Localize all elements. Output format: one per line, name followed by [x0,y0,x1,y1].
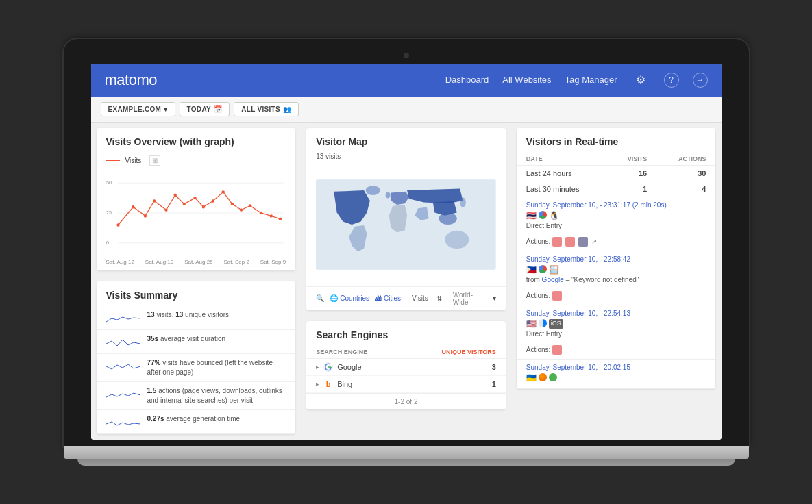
nav-all-websites[interactable]: All Websites [502,75,551,85]
bing-row-name: ▸ b Bing [306,375,404,392]
app-header: matomo Dashboard All Websites Tag Manage… [91,64,722,97]
col-actions: ACTIONS [656,153,715,166]
google-icon [323,362,333,372]
search-engines-title: Search Engines [306,321,506,346]
timestamp-2: Sunday, September 10, - 22:58:42 [526,255,706,263]
logout-icon[interactable]: → [693,73,708,88]
laptop-camera [404,53,409,58]
timestamp-4: Sunday, September 10, - 20:02:15 [526,364,706,371]
realtime-summary-row-30m: Last 30 minutes 1 4 [517,181,716,197]
nav-links: Dashboard All Websites Tag Manager ⚙ ? → [445,71,708,90]
svg-point-27 [460,197,466,207]
source-2: from Google – "Keyword not defined" [526,276,706,284]
sparkline-duration [106,336,140,349]
svg-point-24 [366,186,380,195]
chart-svg: 50 25 0 [106,168,286,257]
sparkline-gentime [106,416,140,429]
expand-bing[interactable]: ▸ [316,381,319,388]
map-scope-selector[interactable]: ▾ [493,294,496,302]
action-icon-1c[interactable] [578,237,588,247]
visit-entry-3: Sunday, September 10, - 22:54:13 🇺🇸 iOS … [517,305,716,342]
source-link-google[interactable]: Google [542,276,564,284]
segment-selector[interactable]: ALL VISITS 👥 [234,102,299,116]
svg-point-26 [445,230,469,248]
actions-24h: 30 [656,165,715,181]
visit-actions-2: Actions: [517,288,716,305]
screen-bezel: matomo Dashboard All Websites Tag Manage… [64,39,749,446]
visit-entry-2: Sunday, September 10, - 22:58:42 🇵🇭 🪟 fr… [517,251,716,288]
laptop-container: matomo Dashboard All Websites Tag Manage… [64,39,749,466]
action-icon-2a[interactable] [552,291,562,301]
svg-point-20 [259,211,262,214]
cities-tab[interactable]: 🏙 Cities [375,294,401,302]
col-engine: SEARCH ENGINE [306,346,404,359]
visits-summary-widget: Visits Summary 13 visits, 13 unique visi… [97,281,296,434]
site-selector[interactable]: EXAMPLE.COM ▾ [101,102,175,116]
laptop-foot [77,459,735,466]
visits-24h: 16 [608,165,656,181]
svg-point-7 [132,205,134,208]
expand-google[interactable]: ▸ [316,364,319,370]
flag-philippines: 🇵🇭 [526,265,537,275]
logo-text: matomo [105,71,157,88]
realtime-widget: Visitors in Real-time DATE VISITS ACTION… [517,128,716,389]
label-24h: Last 24 hours [517,165,608,181]
map-sort-btn[interactable]: ⇅ [436,294,442,302]
svg-point-10 [164,208,167,211]
flags-4: 🇺🇦 [526,373,706,383]
svg-point-28 [386,192,391,198]
countries-tab[interactable]: 🌐 Countries [330,294,369,302]
realtime-summary-row-24h: Last 24 hours 16 30 [517,165,716,181]
summary-item-visits: 13 visits, 13 unique visitors [97,306,296,330]
action-icon-3a[interactable] [552,345,562,355]
action-icon-1a[interactable] [552,237,562,247]
map-visits-label: 13 visits [306,153,506,163]
icon-chrome-2 [539,265,547,273]
svg-point-13 [193,196,196,199]
svg-point-25 [439,212,457,225]
svg-point-22 [278,217,281,220]
icon-windows: 🪟 [549,265,559,275]
summary-item-bounce: 77% visits have bounced (left the websit… [97,354,296,382]
summary-visits-text: 13 visits, 13 unique visitors [147,310,230,320]
col-visitors: UNIQUE VISITORS [404,346,505,359]
label-30m: Last 30 minutes [517,181,608,197]
summary-bounce-text: 77% visits have bounced (left the websit… [147,358,286,377]
col-visits: VISITS [608,153,656,166]
timestamp-1: Sunday, September 10, - 23:31:17 (2 min … [526,201,706,209]
svg-point-19 [248,204,251,207]
nav-tag-manager[interactable]: Tag Manager [565,75,617,85]
nav-dashboard[interactable]: Dashboard [445,75,489,85]
settings-icon[interactable]: ⚙ [631,71,650,90]
date-selector[interactable]: TODAY 📅 [180,102,230,116]
actions-30m: 4 [656,181,715,197]
icon-other [549,373,557,381]
svg-point-15 [211,199,214,202]
chart-area: Visits ⊞ 50 25 0 [97,153,296,270]
svg-point-21 [269,214,272,217]
svg-point-16 [221,190,224,193]
visit-entry-4: Sunday, September 10, - 20:02:15 🇺🇦 [517,360,716,389]
svg-point-9 [152,199,155,202]
action-icon-1b[interactable] [565,237,575,247]
search-pagination: 1-2 of 2 [306,393,506,410]
search-engines-table: SEARCH ENGINE UNIQUE VISITORS [306,346,506,393]
action-external-1[interactable]: ↗ [591,237,597,244]
svg-point-18 [239,208,242,211]
svg-point-12 [182,202,185,205]
svg-point-14 [201,205,204,208]
flags-1: 🇹🇭 🐧 [526,211,706,220]
icon-firefox [539,373,547,381]
summary-item-duration: 35s average visit duration [97,330,296,354]
help-icon[interactable]: ? [664,73,679,88]
chart-x-labels: Sat, Aug 12 Sat, Aug 19 Sat, Aug 26 Sat,… [106,259,286,265]
bing-name: Bing [337,380,352,388]
chart-legend: Visits ⊞ [106,155,286,166]
table-row: ▸ b Bing 1 [306,375,506,392]
bing-icon: b [323,379,333,389]
chart-options[interactable]: ⊞ [149,155,160,166]
visit-entry-1: Sunday, September 10, - 23:31:17 (2 min … [517,197,716,234]
svg-point-17 [230,202,233,205]
map-zoom-icon[interactable]: 🔍 [316,294,324,302]
toolbar: EXAMPLE.COM ▾ TODAY 📅 ALL VISITS 👥 [91,97,722,123]
